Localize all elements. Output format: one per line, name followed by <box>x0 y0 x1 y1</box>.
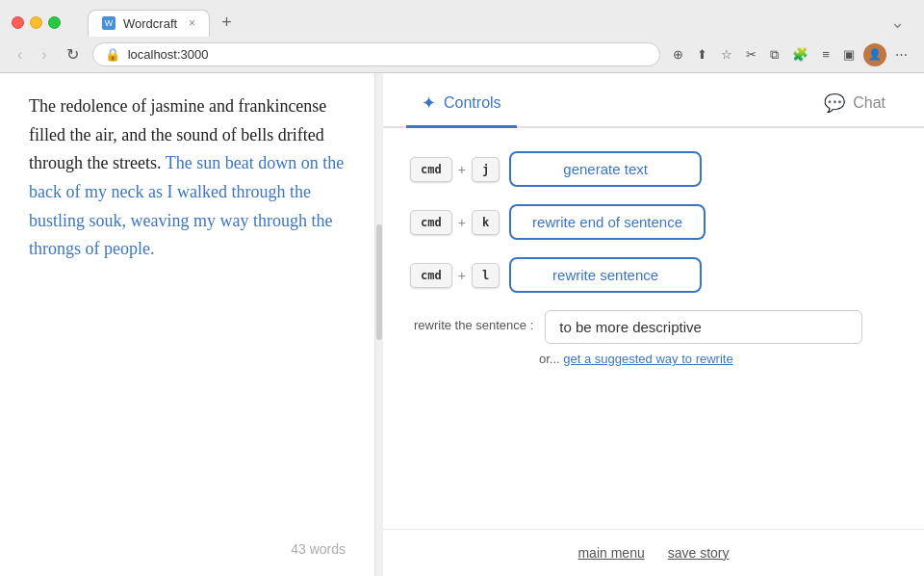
rewrite-label: rewrite the sentence : <box>414 310 533 332</box>
control-row-rewrite-end: cmd + k rewrite end of sentence <box>410 204 897 240</box>
main-menu-button[interactable]: main menu <box>578 545 644 561</box>
new-tab-button[interactable]: + <box>214 9 240 37</box>
tab-chat-label: Chat <box>853 94 886 112</box>
menu-icon[interactable]: ⋯ <box>890 44 912 65</box>
rewrite-sentence-button[interactable]: rewrite sentence <box>509 257 702 293</box>
bookmark-icon[interactable]: ☆ <box>716 44 737 65</box>
rewrite-end-button[interactable]: rewrite end of sentence <box>509 204 706 240</box>
word-count: 43 words <box>29 541 346 557</box>
traffic-lights <box>12 16 61 29</box>
kbd-cmd-j: cmd <box>410 157 452 182</box>
editor-pane: The redolence of jasmine and frankincens… <box>0 73 375 576</box>
pane-tabs: ✦ Controls 💬 Chat <box>383 73 924 128</box>
share-icon[interactable]: ⬆ <box>692 44 712 65</box>
secure-icon: 🔒 <box>105 47 120 62</box>
scrollbar-area[interactable] <box>375 73 383 576</box>
nav-bar: ‹ › ↻ 🔒 localhost:3000 ⊕ ⬆ ☆ ✂ ⧉ 🧩 ≡ ▣ 👤… <box>0 37 924 72</box>
zoom-icon[interactable]: ⊕ <box>668 44 688 65</box>
controls-icon: ✦ <box>422 92 436 114</box>
forward-button[interactable]: › <box>36 44 52 65</box>
generate-text-button[interactable]: generate text <box>509 151 702 187</box>
maximize-button[interactable] <box>48 16 61 29</box>
refresh-button[interactable]: ↻ <box>61 43 85 65</box>
kbd-group-j: cmd + j <box>410 157 500 182</box>
plus-j: + <box>458 162 466 177</box>
save-story-button[interactable]: save story <box>668 545 730 561</box>
editor-text[interactable]: The redolence of jasmine and frankincens… <box>29 92 346 526</box>
url-bar[interactable]: 🔒 localhost:3000 <box>92 42 661 66</box>
suggested-link[interactable]: get a suggested way to rewrite <box>563 352 732 366</box>
rewrite-section: rewrite the sentence : or... get a sugge… <box>414 310 897 366</box>
url-text: localhost:3000 <box>128 47 209 62</box>
tab-title: Wordcraft <box>123 16 177 31</box>
controls-pane: ✦ Controls 💬 Chat cmd + j generate text <box>383 73 924 576</box>
rewrite-input[interactable] <box>545 310 862 344</box>
control-row-generate: cmd + j generate text <box>410 151 897 187</box>
active-tab[interactable]: W Wordcraft × <box>88 10 210 37</box>
avatar[interactable]: 👤 <box>863 43 886 66</box>
kbd-group-l: cmd + l <box>410 263 500 288</box>
kbd-cmd-l: cmd <box>410 263 452 288</box>
main-content: The redolence of jasmine and frankincens… <box>0 73 924 576</box>
tab-controls[interactable]: ✦ Controls <box>406 85 517 128</box>
tab-chat[interactable]: 💬 Chat <box>808 85 901 128</box>
browser-chrome: W Wordcraft × + ⌄ ‹ › ↻ 🔒 localhost:3000… <box>0 0 924 73</box>
nav-tools: ⊕ ⬆ ☆ ✂ ⧉ 🧩 ≡ ▣ 👤 ⋯ <box>668 43 912 66</box>
tab-bar: W Wordcraft × + <box>88 9 240 37</box>
minimize-button[interactable] <box>30 16 42 29</box>
plus-k: + <box>458 215 466 230</box>
window-controls-icon[interactable]: ⌄ <box>883 8 912 37</box>
sidebar-icon[interactable]: ▣ <box>838 44 860 65</box>
chat-icon: 💬 <box>824 92 845 114</box>
suggested-link-row: or... get a suggested way to rewrite <box>539 352 897 366</box>
controls-footer: main menu save story <box>383 529 924 576</box>
reader-icon[interactable]: ≡ <box>817 44 834 65</box>
kbd-j: j <box>472 157 500 182</box>
kbd-cmd-k: cmd <box>410 210 452 235</box>
kbd-k: k <box>472 210 500 235</box>
kbd-group-k: cmd + k <box>410 210 500 235</box>
extensions-icon[interactable]: 🧩 <box>787 44 813 65</box>
controls-content: cmd + j generate text cmd + k rewrite en… <box>383 128 924 529</box>
suggested-prefix: or... <box>539 352 560 366</box>
close-button[interactable] <box>12 16 24 29</box>
title-bar: W Wordcraft × + ⌄ <box>0 0 924 37</box>
cut-icon[interactable]: ✂ <box>741 44 761 65</box>
copy-icon[interactable]: ⧉ <box>765 44 783 65</box>
scrollbar-thumb[interactable] <box>376 224 382 340</box>
tab-close-icon[interactable]: × <box>189 16 195 30</box>
tab-controls-label: Controls <box>444 94 501 112</box>
plus-l: + <box>458 268 466 283</box>
tab-favicon: W <box>102 16 116 30</box>
rewrite-label-row: rewrite the sentence : <box>414 310 897 344</box>
back-button[interactable]: ‹ <box>12 44 28 65</box>
kbd-l: l <box>472 263 500 288</box>
control-row-rewrite: cmd + l rewrite sentence <box>410 257 897 293</box>
